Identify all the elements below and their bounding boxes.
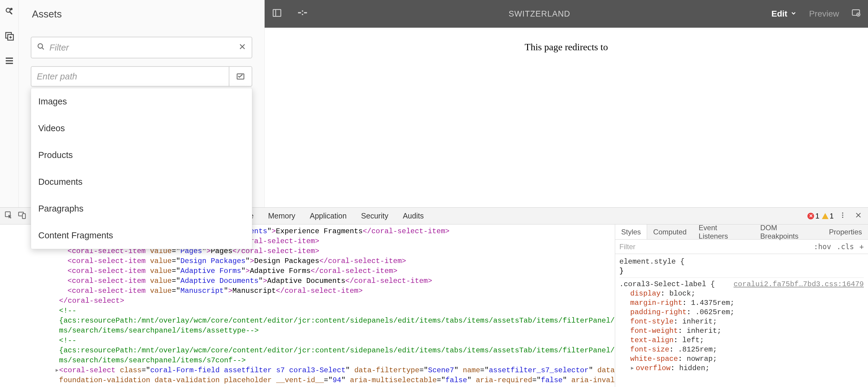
- svg-point-9: [38, 44, 42, 48]
- asset-finder-icon[interactable]: [3, 5, 16, 17]
- devtools-menu-icon[interactable]: [836, 212, 849, 220]
- styles-pane: StylesComputedEvent ListenersDOM Breakpo…: [615, 224, 868, 387]
- styles-tab-styles[interactable]: Styles: [615, 224, 647, 239]
- devtools-close-icon[interactable]: [852, 212, 865, 220]
- asset-type-dropdown: ImagesVideosProductsDocumentsParagraphsC…: [31, 88, 252, 249]
- path-picker-button[interactable]: [229, 66, 252, 87]
- edit-label: Edit: [772, 9, 787, 19]
- styles-tab-properties[interactable]: Properties: [823, 224, 868, 239]
- chevron-down-icon: [790, 9, 797, 19]
- path-input[interactable]: [37, 72, 223, 81]
- error-icon: ✕: [807, 213, 814, 219]
- components-icon[interactable]: [3, 30, 16, 42]
- assets-side-panel: Assets ImagesVideosProductsDocu: [19, 0, 265, 207]
- warning-count[interactable]: 1: [822, 212, 834, 220]
- styles-toggle[interactable]: :hov: [814, 243, 831, 251]
- styles-rules[interactable]: element.style {}.coral3-Select-label {co…: [615, 254, 868, 387]
- search-icon: [37, 42, 45, 53]
- svg-point-28: [842, 215, 843, 216]
- asset-type-option[interactable]: Images: [31, 88, 252, 115]
- asset-type-option[interactable]: Videos: [31, 115, 252, 142]
- path-field[interactable]: [31, 66, 229, 87]
- styles-tab-computed[interactable]: Computed: [647, 224, 692, 239]
- side-panel-toggle-icon[interactable]: [272, 8, 282, 20]
- asset-type-option[interactable]: Products: [31, 142, 252, 169]
- devtools-tab-memory[interactable]: Memory: [261, 208, 302, 224]
- svg-point-1: [10, 8, 12, 10]
- svg-rect-17: [302, 10, 303, 11]
- svg-rect-14: [273, 9, 281, 16]
- svg-rect-8: [6, 63, 13, 64]
- page-content-frame: This page redirects to: [265, 28, 868, 207]
- filter-field[interactable]: [31, 37, 252, 58]
- styles-toggle[interactable]: +: [860, 243, 864, 251]
- content-tree-icon[interactable]: [3, 55, 16, 67]
- styles-tabs: StylesComputedEvent ListenersDOM Breakpo…: [615, 224, 868, 240]
- inspect-element-icon[interactable]: [4, 211, 13, 221]
- svg-rect-18: [302, 13, 303, 15]
- error-count[interactable]: ✕ 1: [807, 212, 819, 220]
- panel-title: Assets: [31, 8, 252, 20]
- svg-rect-19: [304, 12, 307, 13]
- asset-type-option[interactable]: Paragraphs: [31, 195, 252, 222]
- page-title: SWITZERLAND: [307, 9, 772, 19]
- svg-rect-6: [6, 58, 13, 59]
- svg-point-29: [842, 217, 843, 218]
- svg-rect-26: [22, 214, 25, 218]
- styles-tab-event-listeners[interactable]: Event Listeners: [692, 224, 754, 239]
- page-info-icon[interactable]: [297, 8, 307, 20]
- svg-rect-7: [6, 60, 13, 61]
- styles-filter-input[interactable]: [619, 243, 814, 251]
- svg-rect-16: [298, 12, 301, 13]
- clear-filter-icon[interactable]: [239, 43, 246, 52]
- redirect-text: This page redirects to: [525, 41, 608, 207]
- warning-icon: [822, 213, 829, 219]
- devtools-tab-audits[interactable]: Audits: [396, 208, 431, 224]
- preview-mode-button[interactable]: Preview: [809, 9, 839, 19]
- styles-tab-dom-breakpoints[interactable]: DOM Breakpoints: [754, 224, 823, 239]
- preview-label: Preview: [809, 9, 839, 19]
- devtools-tab-security[interactable]: Security: [354, 208, 396, 224]
- devtools-tab-application[interactable]: Application: [303, 208, 354, 224]
- asset-type-option[interactable]: Documents: [31, 169, 252, 195]
- svg-point-27: [842, 212, 843, 214]
- edit-mode-button[interactable]: Edit: [772, 9, 797, 19]
- editor-toolbar: SWITZERLAND Edit Preview: [265, 0, 868, 28]
- styles-toggle[interactable]: .cls: [837, 243, 854, 251]
- annotations-icon[interactable]: [851, 8, 861, 20]
- filter-input[interactable]: [45, 43, 239, 52]
- asset-type-option[interactable]: Content Fragments: [31, 222, 252, 249]
- left-rail: [0, 0, 19, 207]
- svg-line-10: [42, 47, 44, 49]
- device-toolbar-icon[interactable]: [18, 211, 27, 221]
